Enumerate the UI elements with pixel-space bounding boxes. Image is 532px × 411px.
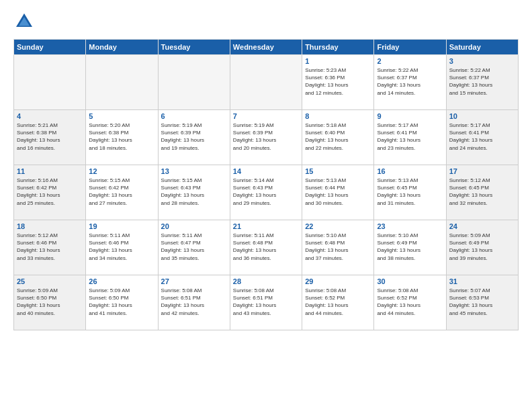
calendar-header-thursday: Thursday	[302, 40, 374, 55]
calendar-cell: 27Sunrise: 5:08 AMSunset: 6:51 PMDayligh…	[158, 275, 230, 330]
cell-text: Sunrise: 5:09 AMSunset: 6:50 PMDaylight:…	[17, 287, 83, 317]
calendar-header-tuesday: Tuesday	[158, 40, 230, 55]
cell-text: Sunrise: 5:12 AMSunset: 6:46 PMDaylight:…	[17, 232, 83, 262]
day-number: 22	[305, 222, 371, 230]
day-number: 10	[449, 112, 515, 120]
day-number: 25	[17, 277, 83, 285]
calendar-week-1: 1Sunrise: 5:23 AMSunset: 6:36 PMDaylight…	[14, 55, 519, 110]
cell-text: Sunrise: 5:08 AMSunset: 6:51 PMDaylight:…	[233, 287, 299, 317]
day-number: 27	[161, 277, 227, 285]
calendar-cell: 3Sunrise: 5:22 AMSunset: 6:37 PMDaylight…	[446, 55, 518, 110]
calendar-cell: 8Sunrise: 5:18 AMSunset: 6:40 PMDaylight…	[302, 110, 374, 165]
cell-text: Sunrise: 5:16 AMSunset: 6:42 PMDaylight:…	[17, 177, 83, 207]
page: SundayMondayTuesdayWednesdayThursdayFrid…	[0, 0, 532, 411]
cell-text: Sunrise: 5:18 AMSunset: 6:40 PMDaylight:…	[305, 122, 371, 152]
header	[13, 11, 519, 32]
cell-text: Sunrise: 5:08 AMSunset: 6:52 PMDaylight:…	[377, 287, 443, 317]
calendar-cell: 26Sunrise: 5:09 AMSunset: 6:50 PMDayligh…	[86, 275, 158, 330]
calendar-cell: 4Sunrise: 5:21 AMSunset: 6:38 PMDaylight…	[14, 110, 86, 165]
logo-icon	[13, 11, 35, 32]
cell-text: Sunrise: 5:21 AMSunset: 6:38 PMDaylight:…	[17, 122, 83, 152]
day-number: 14	[233, 167, 299, 175]
cell-text: Sunrise: 5:07 AMSunset: 6:53 PMDaylight:…	[449, 287, 515, 317]
calendar-week-5: 25Sunrise: 5:09 AMSunset: 6:50 PMDayligh…	[14, 275, 519, 330]
day-number: 4	[17, 112, 83, 120]
calendar-cell: 6Sunrise: 5:19 AMSunset: 6:39 PMDaylight…	[158, 110, 230, 165]
cell-text: Sunrise: 5:08 AMSunset: 6:51 PMDaylight:…	[161, 287, 227, 317]
calendar-cell: 12Sunrise: 5:15 AMSunset: 6:42 PMDayligh…	[86, 165, 158, 220]
day-number: 3	[449, 57, 515, 65]
calendar-week-3: 11Sunrise: 5:16 AMSunset: 6:42 PMDayligh…	[14, 165, 519, 220]
day-number: 9	[377, 112, 443, 120]
cell-text: Sunrise: 5:20 AMSunset: 6:38 PMDaylight:…	[89, 122, 154, 152]
cell-text: Sunrise: 5:17 AMSunset: 6:41 PMDaylight:…	[377, 122, 443, 152]
day-number: 1	[305, 57, 371, 65]
cell-text: Sunrise: 5:14 AMSunset: 6:43 PMDaylight:…	[233, 177, 299, 207]
cell-text: Sunrise: 5:13 AMSunset: 6:44 PMDaylight:…	[305, 177, 371, 207]
cell-text: Sunrise: 5:19 AMSunset: 6:39 PMDaylight:…	[233, 122, 299, 152]
cell-text: Sunrise: 5:10 AMSunset: 6:49 PMDaylight:…	[377, 232, 443, 262]
day-number: 26	[89, 277, 154, 285]
cell-text: Sunrise: 5:22 AMSunset: 6:37 PMDaylight:…	[377, 66, 443, 97]
cell-text: Sunrise: 5:11 AMSunset: 6:47 PMDaylight:…	[161, 232, 227, 262]
calendar-cell: 17Sunrise: 5:12 AMSunset: 6:45 PMDayligh…	[446, 165, 518, 220]
day-number: 28	[233, 277, 299, 285]
calendar-cell: 13Sunrise: 5:15 AMSunset: 6:43 PMDayligh…	[158, 165, 230, 220]
calendar-cell: 24Sunrise: 5:09 AMSunset: 6:49 PMDayligh…	[446, 220, 518, 275]
day-number: 18	[17, 222, 83, 230]
day-number: 20	[161, 222, 227, 230]
calendar-cell: 30Sunrise: 5:08 AMSunset: 6:52 PMDayligh…	[374, 275, 446, 330]
calendar-header-saturday: Saturday	[446, 40, 518, 55]
calendar-cell	[230, 55, 302, 110]
calendar-cell: 21Sunrise: 5:11 AMSunset: 6:48 PMDayligh…	[230, 220, 302, 275]
calendar-header-wednesday: Wednesday	[230, 40, 302, 55]
cell-text: Sunrise: 5:10 AMSunset: 6:48 PMDaylight:…	[305, 232, 371, 262]
calendar-cell: 1Sunrise: 5:23 AMSunset: 6:36 PMDaylight…	[302, 55, 374, 110]
calendar-cell	[86, 55, 158, 110]
calendar-cell: 18Sunrise: 5:12 AMSunset: 6:46 PMDayligh…	[14, 220, 86, 275]
calendar-cell: 5Sunrise: 5:20 AMSunset: 6:38 PMDaylight…	[86, 110, 158, 165]
cell-text: Sunrise: 5:23 AMSunset: 6:36 PMDaylight:…	[305, 66, 371, 97]
calendar-cell: 31Sunrise: 5:07 AMSunset: 6:53 PMDayligh…	[446, 275, 518, 330]
calendar-cell: 29Sunrise: 5:08 AMSunset: 6:52 PMDayligh…	[302, 275, 374, 330]
day-number: 17	[449, 167, 515, 175]
day-number: 6	[161, 112, 227, 120]
cell-text: Sunrise: 5:13 AMSunset: 6:45 PMDaylight:…	[377, 177, 443, 207]
day-number: 21	[233, 222, 299, 230]
day-number: 11	[17, 167, 83, 175]
day-number: 23	[377, 222, 443, 230]
calendar-cell: 20Sunrise: 5:11 AMSunset: 6:47 PMDayligh…	[158, 220, 230, 275]
day-number: 19	[89, 222, 154, 230]
cell-text: Sunrise: 5:08 AMSunset: 6:52 PMDaylight:…	[305, 287, 371, 317]
calendar-cell: 11Sunrise: 5:16 AMSunset: 6:42 PMDayligh…	[14, 165, 86, 220]
cell-text: Sunrise: 5:17 AMSunset: 6:41 PMDaylight:…	[449, 122, 515, 152]
calendar-week-4: 18Sunrise: 5:12 AMSunset: 6:46 PMDayligh…	[14, 220, 519, 275]
day-number: 7	[233, 112, 299, 120]
calendar-cell: 2Sunrise: 5:22 AMSunset: 6:37 PMDaylight…	[374, 55, 446, 110]
cell-text: Sunrise: 5:22 AMSunset: 6:37 PMDaylight:…	[449, 66, 515, 97]
calendar-cell: 14Sunrise: 5:14 AMSunset: 6:43 PMDayligh…	[230, 165, 302, 220]
day-number: 31	[449, 277, 515, 285]
calendar-cell: 28Sunrise: 5:08 AMSunset: 6:51 PMDayligh…	[230, 275, 302, 330]
calendar-cell: 22Sunrise: 5:10 AMSunset: 6:48 PMDayligh…	[302, 220, 374, 275]
calendar-header-friday: Friday	[374, 40, 446, 55]
day-number: 29	[305, 277, 371, 285]
cell-text: Sunrise: 5:09 AMSunset: 6:49 PMDaylight:…	[449, 232, 515, 262]
calendar-header-monday: Monday	[86, 40, 158, 55]
cell-text: Sunrise: 5:15 AMSunset: 6:43 PMDaylight:…	[161, 177, 227, 207]
calendar-cell: 10Sunrise: 5:17 AMSunset: 6:41 PMDayligh…	[446, 110, 518, 165]
calendar-cell: 19Sunrise: 5:11 AMSunset: 6:46 PMDayligh…	[86, 220, 158, 275]
day-number: 13	[161, 167, 227, 175]
day-number: 30	[377, 277, 443, 285]
calendar-cell: 15Sunrise: 5:13 AMSunset: 6:44 PMDayligh…	[302, 165, 374, 220]
logo	[13, 11, 38, 32]
day-number: 16	[377, 167, 443, 175]
calendar-cell: 9Sunrise: 5:17 AMSunset: 6:41 PMDaylight…	[374, 110, 446, 165]
calendar-week-2: 4Sunrise: 5:21 AMSunset: 6:38 PMDaylight…	[14, 110, 519, 165]
cell-text: Sunrise: 5:11 AMSunset: 6:46 PMDaylight:…	[89, 232, 154, 262]
calendar-cell: 16Sunrise: 5:13 AMSunset: 6:45 PMDayligh…	[374, 165, 446, 220]
calendar-cell: 23Sunrise: 5:10 AMSunset: 6:49 PMDayligh…	[374, 220, 446, 275]
calendar-cell	[14, 55, 86, 110]
cell-text: Sunrise: 5:12 AMSunset: 6:45 PMDaylight:…	[449, 177, 515, 207]
day-number: 8	[305, 112, 371, 120]
